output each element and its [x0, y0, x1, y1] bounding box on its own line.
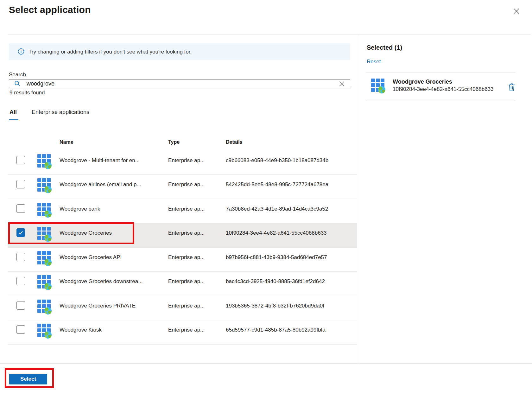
row-checkbox[interactable]: [16, 180, 25, 188]
select-application-dialog: Select application Try changing or addin…: [0, 0, 532, 393]
row-checkbox[interactable]: [16, 156, 25, 164]
row-type: Enterprise ap...: [168, 303, 205, 309]
footer-divider: [0, 363, 532, 364]
row-type: Enterprise ap...: [168, 254, 205, 261]
row-name: Woodgrove Kiosk: [60, 327, 102, 333]
row-name: Woodgrove airlines (email and p...: [60, 181, 141, 188]
reset-link[interactable]: Reset: [367, 59, 381, 65]
column-header-details[interactable]: Details: [226, 139, 242, 145]
page-title: Select application: [9, 4, 91, 15]
table-row[interactable]: Woodgrove - Multi-tenant for en...Enterp…: [8, 151, 357, 175]
info-icon: [18, 48, 24, 55]
row-type: Enterprise ap...: [168, 278, 205, 285]
table-row[interactable]: Woodgrove airlines (email and p...Enterp…: [8, 175, 357, 199]
globe-icon: [44, 331, 52, 339]
row-name: Woodgrove Groceries downstrea...: [60, 278, 142, 285]
results-count: 9 results found: [10, 90, 45, 96]
search-input[interactable]: [9, 79, 350, 88]
row-details: 193b5365-3872-4bf8-b32f-b7620bd9da0f: [226, 303, 324, 309]
selected-panel-title: Selected (1): [367, 44, 402, 51]
row-checkbox[interactable]: [16, 301, 25, 310]
selected-card-divider: [366, 100, 516, 100]
table-row[interactable]: Woodgrove Groceries PRIVATEEnterprise ap…: [8, 296, 357, 320]
table-row[interactable]: Woodgrove KioskEnterprise ap...65d59577-…: [8, 320, 357, 345]
row-type: Enterprise ap...: [168, 157, 205, 164]
globe-icon: [44, 283, 52, 290]
row-checkbox[interactable]: [16, 325, 25, 334]
search-label: Search: [9, 72, 26, 78]
clear-search-icon[interactable]: [338, 80, 346, 88]
column-header-type[interactable]: Type: [168, 139, 180, 145]
row-details: c9b66083-e058-44e9-b350-1b18a087d34b: [226, 157, 328, 164]
row-checkbox[interactable]: [16, 277, 25, 285]
column-header-name[interactable]: Name: [60, 139, 73, 145]
globe-icon: [44, 259, 52, 266]
app-grid-globe-icon: [37, 203, 51, 216]
row-details: 542425dd-5ee5-48e8-995c-727724a678ea: [226, 181, 328, 188]
app-grid-globe-icon: [37, 324, 51, 337]
search-value: woodgrove: [27, 79, 54, 88]
close-icon[interactable]: [512, 6, 521, 16]
row-type: Enterprise ap...: [168, 327, 205, 333]
annotation-box-select-button: [5, 368, 54, 388]
row-details: 65d59577-c9d1-485b-87a5-80b92a99fbfa: [226, 327, 326, 333]
selected-app-grid-globe-icon: [371, 79, 384, 92]
remove-selected-trash-icon[interactable]: [507, 82, 516, 92]
row-name: Woodgrove Groceries API: [60, 254, 122, 261]
globe-icon: [44, 162, 52, 169]
row-name: Woodgrove - Multi-tenant for en...: [60, 157, 140, 164]
app-grid-globe-icon: [37, 154, 51, 168]
row-checkbox[interactable]: [16, 204, 25, 213]
selected-item-id: 10f90284-3ee4-4e82-a641-55cc4068b633: [393, 86, 494, 92]
row-name: Woodgrove bank: [60, 206, 100, 212]
app-grid-globe-icon: [37, 300, 51, 313]
row-name: Woodgrove Groceries PRIVATE: [60, 303, 136, 309]
globe-icon: [44, 210, 52, 218]
search-icon: [14, 80, 21, 87]
row-details: 7a30b8ed-42a3-4d1e-89ad-14d4ca3c9a52: [226, 206, 328, 212]
annotation-box-selected-row: [8, 222, 134, 244]
row-type: Enterprise ap...: [168, 206, 205, 212]
panel-divider: [359, 35, 359, 363]
row-checkbox[interactable]: [16, 253, 25, 261]
selected-panel-divider: [366, 73, 516, 73]
row-type: Enterprise ap...: [168, 181, 205, 188]
selected-item-name: Woodgrove Groceries: [393, 79, 452, 85]
title-divider: [8, 35, 531, 35]
tab-all[interactable]: All: [10, 109, 17, 116]
row-type: Enterprise ap...: [168, 230, 205, 236]
table-row[interactable]: Woodgrove bankEnterprise ap...7a30b8ed-4…: [8, 199, 357, 223]
info-banner-text: Try changing or adding filters if you do…: [28, 49, 192, 55]
globe-icon: [44, 307, 52, 314]
table-row[interactable]: Woodgrove Groceries APIEnterprise ap...b…: [8, 248, 357, 272]
row-details: 10f90284-3ee4-4e82-a641-55cc4068b633: [226, 230, 327, 236]
table-row[interactable]: Woodgrove Groceries downstrea...Enterpri…: [8, 272, 357, 296]
row-details: b97b956f-c881-43b9-9384-5ad684ed7e57: [226, 254, 327, 261]
row-details: bac4c3cd-3925-4940-8885-36fd1ef2d642: [226, 278, 325, 285]
active-tab-underline: [9, 119, 18, 120]
app-grid-globe-icon: [37, 178, 51, 192]
app-grid-globe-icon: [37, 251, 51, 264]
app-grid-globe-icon: [37, 275, 51, 288]
globe-icon: [44, 186, 52, 193]
globe-icon: [378, 86, 385, 93]
tab-enterprise-applications[interactable]: Enterprise applications: [32, 109, 89, 116]
